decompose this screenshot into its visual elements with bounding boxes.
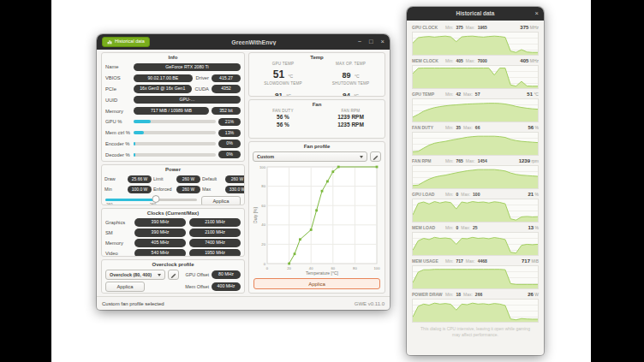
- gwe-main-window: Historical data GreenWithEnvy − □ × Info…: [97, 34, 390, 310]
- gpu-usage-bar: [134, 120, 216, 123]
- power-draw-value: 25.66 W: [128, 175, 152, 183]
- max-label: Max:: [466, 258, 475, 264]
- close-icon[interactable]: ×: [535, 7, 539, 21]
- max-label: Max:: [461, 225, 470, 230]
- power-enforced-value: 260 W: [176, 186, 200, 193]
- min-value: 0: [456, 225, 458, 230]
- gpu-usage-value: 21%: [218, 118, 241, 126]
- history-graph-header: GPU CLOCK Min: 375 Max: 1965 375 MHz: [412, 25, 539, 32]
- power-default-value: 260 W: [225, 175, 245, 183]
- slider-handle[interactable]: [152, 195, 159, 203]
- info-row-memory: Memory 717 MiB / 10989 MiB 352 bit: [102, 105, 244, 116]
- info-row-encoder-usage: Encoder % 0%: [102, 139, 244, 150]
- slider-mark: 260: [106, 203, 113, 205]
- chevron-down-icon: [360, 156, 363, 158]
- vbios-value: 90.02.17.00.BE: [134, 74, 193, 82]
- clock-current: 405 MHz: [134, 239, 186, 246]
- screen: Historical data GreenWithEnvy − □ × Info…: [0, 0, 644, 362]
- historical-data-button[interactable]: Historical data: [102, 37, 150, 47]
- info-row-pcie-cuda: PCIe 16x Gen3 @ 16x Gen1 CUDA 4352: [102, 84, 244, 95]
- power-limit-slider[interactable]: 260 260: [105, 194, 197, 205]
- pencil-icon: [170, 269, 176, 282]
- fan-header: Fan: [249, 100, 385, 109]
- gpu-offset-label: GPU Offset: [182, 272, 209, 277]
- edit-overclock-profile-button[interactable]: [168, 270, 179, 280]
- main-titlebar[interactable]: Historical data GreenWithEnvy − □ ×: [97, 34, 390, 50]
- graph-sparkline: [412, 132, 539, 156]
- overclock-header: Overclock profile: [102, 260, 244, 269]
- svg-text:20: 20: [287, 266, 291, 270]
- memory-label: Memory: [105, 109, 131, 114]
- min-label: Min:: [445, 192, 453, 197]
- current-value: 717: [522, 258, 530, 264]
- fan-profile-apply-button[interactable]: Applica: [253, 278, 380, 289]
- fan-rpm-value-1: 1239 RPM: [317, 113, 385, 121]
- current-unit: %: [535, 192, 539, 197]
- slider-fill: [105, 199, 156, 201]
- historical-titlebar[interactable]: Historical data ×: [407, 7, 544, 21]
- history-graph-mem-load: MEM LOAD Min: 0 Max: 25 13 %: [412, 225, 539, 256]
- power-enforced-label: Enforced: [153, 187, 175, 192]
- svg-text:0: 0: [266, 266, 269, 270]
- slowdown-temp-value: 91: [275, 92, 283, 97]
- svg-text:100: 100: [374, 266, 381, 270]
- cuda-value: 4352: [212, 85, 241, 92]
- min-label: Min:: [445, 58, 453, 63]
- min-value: 18: [456, 292, 461, 297]
- info-row-uuid: UUID GPU-…: [102, 94, 244, 105]
- history-graph-power-draw: POWER DRAW Min: 18 Max: 266 26 W: [412, 292, 539, 323]
- min-label: Min:: [445, 25, 453, 30]
- overclock-profile-value: Overclock (80, 400): [110, 272, 155, 277]
- history-graph-mem-clock: MEM CLOCK Min: 405 Max: 7000 405 MHz: [412, 58, 539, 89]
- power-limit-value: 260 W: [176, 175, 200, 183]
- info-section: Info Name GeForce RTX 2080 Ti VBIOS 90.0…: [101, 52, 245, 162]
- pcie-value: 16x Gen3 @ 16x Gen1: [134, 85, 192, 92]
- current-value: 21: [528, 192, 534, 197]
- maximize-icon[interactable]: □: [369, 34, 373, 50]
- right-column: Temp GPU TEMP 51 °C MAX OP. TEMP 89 °C S…: [248, 52, 385, 294]
- power-max-label: Max: [202, 187, 224, 192]
- pcie-label: PCIe: [105, 86, 131, 92]
- info-row-decoder-usage: Decoder % 0%: [102, 149, 244, 160]
- max-value: 266: [475, 292, 482, 297]
- current-unit: °C: [534, 92, 539, 97]
- gpu-offset-value: 80 MHz: [212, 270, 241, 278]
- max-value: 4468: [478, 258, 487, 264]
- min-label: Min:: [445, 225, 453, 230]
- svg-text:80: 80: [353, 266, 357, 270]
- clock-max: 2100 MHz: [189, 218, 241, 226]
- mem-offset-value: 400 MHz: [212, 282, 241, 290]
- history-graph-header: GPU TEMP Min: 42 Max: 57 51 °C: [412, 92, 539, 98]
- minimize-icon[interactable]: −: [358, 34, 361, 50]
- fan-duty-cell: FAN DUTY 56 % 56 %: [249, 109, 317, 128]
- max-value: 100: [473, 192, 480, 197]
- current-unit: MHz: [530, 58, 539, 63]
- fan-profile-header: Fan profile: [249, 142, 385, 151]
- power-max-value: 330.0 W: [225, 186, 245, 193]
- overclock-profile-dropdown[interactable]: Overclock (80, 400): [105, 270, 165, 280]
- overclock-apply-button[interactable]: Applica: [105, 282, 145, 292]
- graph-sparkline: [412, 199, 539, 223]
- main-content: Info Name GeForce RTX 2080 Ti VBIOS 90.0…: [97, 50, 390, 296]
- svg-text:100: 100: [259, 165, 266, 169]
- history-graph-gpu-temp: GPU TEMP Min: 42 Max: 57 51 °C: [412, 92, 539, 122]
- name-label: Name: [105, 64, 131, 69]
- power-apply-button[interactable]: Applica: [201, 196, 241, 206]
- max-label: Max:: [466, 58, 475, 63]
- close-icon[interactable]: ×: [381, 34, 385, 50]
- graph-sparkline: [412, 32, 539, 56]
- fan-curve-chart: 020406080100020406080100Temperature [°C]…: [253, 163, 381, 276]
- overclock-row-1: Overclock (80, 400) GPU Offset 80 MHz: [102, 269, 244, 281]
- graph-title: MEM USAGE: [412, 258, 443, 264]
- clock-current: 540 MHz: [134, 249, 186, 257]
- max-op-temp-value: 89: [342, 71, 350, 80]
- fan-profile-dropdown[interactable]: Custom: [253, 151, 367, 162]
- current-reading: 717 MiB: [522, 258, 539, 264]
- cpu-intensive-note: This dialog is CPU intensive, leaving it…: [412, 326, 539, 338]
- encoder-usage-bar: [134, 142, 216, 145]
- current-reading: 26 W: [528, 292, 539, 297]
- current-reading: 21 %: [528, 192, 539, 197]
- min-value: 0: [456, 192, 458, 197]
- edit-fan-profile-button[interactable]: [370, 151, 381, 162]
- current-unit: MHz: [530, 25, 539, 30]
